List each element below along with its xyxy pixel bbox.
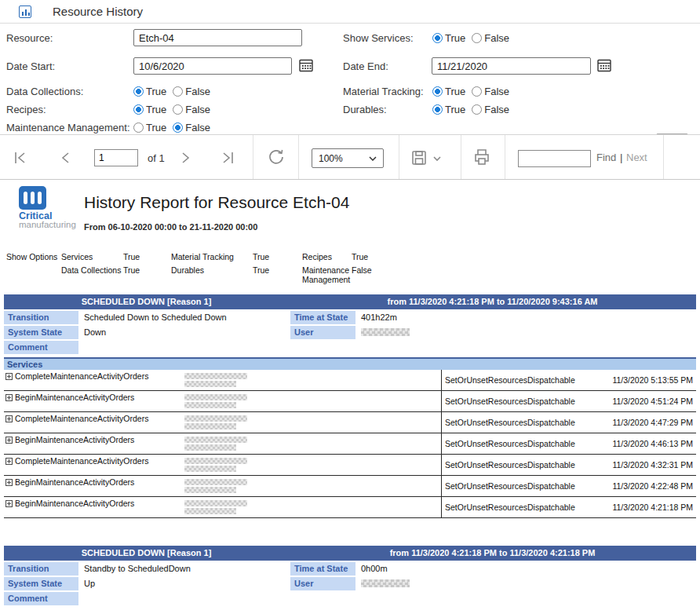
date-start-label: Date Start: — [6, 60, 55, 72]
system-state-label: System State — [4, 577, 78, 590]
data-collections-true-radio[interactable] — [133, 86, 144, 97]
maintenance-management-false-radio[interactable] — [173, 122, 183, 133]
state-block: SCHEDULED DOWN [Reason 1] from 11/3/2020… — [4, 546, 696, 605]
zoom-select[interactable]: 100% — [312, 148, 384, 168]
date-end-label: Date End: — [343, 60, 388, 72]
chevron-down-icon — [369, 156, 377, 161]
time-at-state-value: 0h00m — [357, 562, 696, 576]
service-name: SetOrUnsetResourcesDispatchable — [441, 476, 595, 496]
first-page-button[interactable] — [13, 151, 28, 165]
durables-radio-group: True False — [432, 103, 516, 115]
data-collections-label: Data Collections: — [6, 86, 83, 97]
maintenance-management-true-radio[interactable] — [133, 122, 144, 133]
last-page-button[interactable] — [220, 151, 235, 165]
durables-true-radio[interactable] — [432, 104, 443, 115]
redacted-detail-block — [180, 497, 441, 517]
data-collections-false-radio[interactable] — [173, 86, 183, 97]
service-timestamp: 11/3/2020 4:51:24 PM — [595, 391, 696, 411]
service-order-name: CompleteMaintenanceActivityOrders — [15, 457, 148, 466]
find-input[interactable] — [518, 150, 591, 167]
resource-input[interactable] — [133, 29, 302, 46]
expand-icon[interactable] — [5, 394, 13, 401]
show-option-value: False — [352, 265, 372, 275]
toolbar-divider — [461, 135, 461, 179]
service-name: SetOrUnsetResourcesDispatchable — [441, 455, 595, 475]
table-row: Transition Standby to ScheduledDown Time… — [4, 562, 696, 576]
show-services-false-radio[interactable] — [472, 33, 482, 43]
show-option-name: Durables — [171, 265, 204, 275]
toolbar-divider — [399, 135, 399, 179]
expand-icon[interactable] — [5, 437, 13, 444]
recipes-true-radio[interactable] — [133, 104, 144, 115]
date-end-input[interactable] — [432, 57, 591, 75]
show-option-name: Recipes — [302, 252, 332, 261]
redacted-detail-block — [180, 412, 441, 433]
last-page-icon — [220, 151, 235, 165]
redacted-user-name — [361, 328, 410, 336]
transition-label: Transition — [4, 311, 78, 324]
redacted-detail-block — [180, 455, 441, 475]
durables-false-radio[interactable] — [472, 104, 482, 115]
state-block-header: SCHEDULED DOWN [Reason 1] from 11/3/2020… — [4, 546, 696, 561]
show-option-name: Maintenance Management — [302, 265, 359, 284]
page-count-label: of 1 — [148, 152, 165, 164]
service-name: SetOrUnsetResourcesDispatchable — [441, 433, 595, 454]
find-next-separator: | — [620, 152, 622, 163]
report-toolbar: of 1 100% Find | Next — [0, 134, 700, 180]
report-subtitle: From 06-10-2020 00:00 to 21-11-2020 00:0… — [84, 222, 257, 232]
date-end-calendar-button[interactable] — [596, 57, 613, 75]
print-button[interactable] — [472, 148, 491, 166]
expand-icon[interactable] — [5, 373, 13, 380]
service-timestamp: 11/3/2020 4:22:48 PM — [595, 476, 696, 496]
material-tracking-label: Material Tracking: — [343, 86, 424, 97]
show-option-value: True — [352, 252, 368, 261]
find-next-link[interactable]: Next — [626, 152, 647, 163]
export-button[interactable] — [410, 149, 428, 166]
expand-icon[interactable] — [5, 500, 13, 507]
user-label: User — [290, 577, 355, 590]
service-timestamp: 11/3/2020 4:32:31 PM — [595, 455, 696, 475]
service-order-name: BeginMaintenanceActivityOrders — [15, 393, 134, 402]
export-dropdown-button[interactable] — [432, 155, 442, 162]
table-row: System State Down User — [4, 326, 696, 339]
next-page-button[interactable] — [179, 151, 191, 165]
refresh-icon — [268, 148, 285, 166]
user-value — [357, 577, 696, 590]
material-tracking-true-radio[interactable] — [432, 86, 443, 97]
table-row: Transition Scheduled Down to Scheduled D… — [4, 311, 696, 324]
bar-chart-icon — [19, 5, 31, 18]
service-name: SetOrUnsetResourcesDispatchable — [441, 391, 595, 411]
logo-text-manufacturing: manufacturing — [19, 220, 76, 229]
find-link[interactable]: Find — [596, 152, 616, 163]
date-start-calendar-button[interactable] — [297, 57, 315, 75]
date-start-input[interactable] — [133, 57, 292, 75]
material-tracking-false-radio[interactable] — [472, 86, 482, 97]
show-option-value: True — [123, 265, 140, 275]
toolbar-divider — [663, 135, 664, 179]
recipes-false-radio[interactable] — [173, 104, 183, 115]
redacted-detail-block — [180, 476, 441, 496]
save-icon — [410, 149, 428, 166]
service-timestamp: 11/3/2020 4:47:29 PM — [595, 412, 696, 433]
service-timestamp: 11/3/2020 5:13:55 PM — [595, 370, 696, 390]
system-state-label: System State — [4, 326, 78, 339]
time-at-state-label: Time at State — [290, 562, 355, 576]
refresh-button[interactable] — [268, 148, 285, 166]
service-row: BeginMaintenanceActivityOrders SetOrUnse… — [4, 476, 696, 497]
show-option-name: Services — [61, 252, 93, 261]
expand-icon[interactable] — [5, 479, 13, 486]
transition-label: Transition — [4, 562, 78, 576]
redacted-detail-block — [180, 391, 441, 411]
service-name: SetOrUnsetResourcesDispatchable — [441, 497, 595, 517]
show-option-value: True — [253, 252, 269, 261]
table-row: System State Up User — [4, 577, 696, 590]
expand-icon[interactable] — [5, 415, 13, 422]
zoom-value: 100% — [319, 153, 343, 164]
toolbar-divider — [253, 135, 253, 179]
expand-icon[interactable] — [5, 458, 13, 465]
previous-page-button[interactable] — [60, 151, 72, 165]
chevron-down-icon — [432, 155, 442, 162]
first-page-icon — [13, 151, 28, 165]
show-services-true-radio[interactable] — [432, 33, 443, 43]
page-number-input[interactable] — [94, 149, 138, 166]
